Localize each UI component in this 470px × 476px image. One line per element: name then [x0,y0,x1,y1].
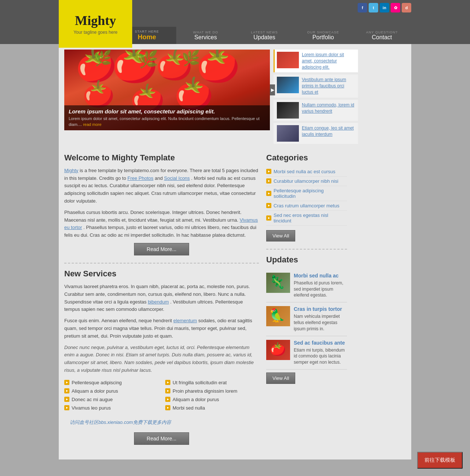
welcome-title: Welcome to Mighty Template [64,153,259,163]
bullet-icon-5 [165,380,170,385]
slider-caption: Lorem ipsum dolor sit amet, consectetur … [64,105,270,130]
main-slider: 🍅 🍅 🍅 🍅 🍅 🍅 🍅 🌿 🌿 🌿 Lorem ipsum dolor si… [64,50,270,130]
update-title-1[interactable]: Morbi sed nulla ac [294,273,347,279]
nav-contact-main: Contact [372,34,392,41]
thumb-item-2[interactable]: Vestibulum ante ipsum primis in faucibus… [274,75,358,97]
bibendum-link[interactable]: bibendum [148,299,169,305]
thumb-item-1[interactable]: Lorem ipsum dolor sit amet, consectetur … [274,50,358,72]
update-title-3[interactable]: Sed ac faucibus ante [294,340,347,346]
thumb-item-3[interactable]: Nullam commodo, lorem id varius hendreri… [274,100,358,121]
updates-section: Updates 🦎 Morbi sed nulla ac Phasellus i… [266,255,347,384]
slider-section: 🍅 🍅 🍅 🍅 🍅 🍅 🍅 🌿 🌿 🌿 Lorem ipsum dolor si… [59,44,411,149]
bullet-list: Pellentesque adipiscing Ut fringilla sol… [64,380,259,411]
update-desc-1: Phasellus id purus lorem, sed imperdiet … [294,280,347,298]
category-link-5[interactable]: Sed nec eros egestas nisl tincidunt [274,212,347,224]
category-link-1[interactable]: Morbi sed nulla ac est cursus [274,169,335,174]
thumb-text-1: Lorem ipsum dolor sit amet, consectetur … [302,52,356,70]
nav-contact[interactable]: ANY QUESTION? Contact [352,27,411,44]
nav-services[interactable]: WHAT WE DO Services [176,27,235,44]
nav-portfolio-sub: OUR SHOWCASE [307,30,339,34]
category-item-2: Curabitur ullamcorper nibh nisi [266,177,347,186]
bullet-text-6: Proin pharetra dignissim lorem [173,388,237,394]
bullet-item-3: Donec ac mi augue [64,397,158,402]
nav-portfolio[interactable]: OUR SHOWCASE Portfolio [294,27,352,44]
bullet-text-7: Aliquam a dolor purus [173,397,219,402]
bullet-text-4: Vivamus leo purus [72,405,111,411]
download-button[interactable]: 前往下载模板 [417,452,463,459]
cat-bullet-1 [266,169,271,174]
slider-next-arrow[interactable]: ▶ [270,84,275,95]
cat-bullet-4 [266,203,271,208]
bullet-icon-1 [64,380,69,385]
elementum-link[interactable]: elementum [173,318,197,323]
bullet-icon-4 [64,405,69,410]
bullet-text-2: Aliquam a dolor purus [72,388,118,394]
nav-services-sub: WHAT WE DO [193,30,218,34]
bullet-text-8: Morbi sed nulla [173,405,205,411]
bullet-icon-8 [165,405,170,410]
mighty-link[interactable]: Mighty [64,168,78,173]
nav-updates[interactable]: LATEST NEWS Updates [235,27,294,44]
bullet-item-6: Proin pharetra dignissim lorem [165,388,259,394]
slider-caption-text: Lorem ipsum dolor sit amet, consectetur … [69,116,265,127]
new-services-section: New Services Vivamus laoreet pharetra er… [64,269,259,445]
nav-updates-main: Updates [253,34,275,41]
main-nav: START HERE Home WHAT WE DO Services LATE… [118,27,411,44]
bullet-icon-2 [64,388,69,393]
category-link-4[interactable]: Cras rutrum ullamcorper metus [274,203,339,208]
welcome-p1: Mighty is a free template by templatemo.… [64,167,259,205]
category-link-2[interactable]: Curabitur ullamcorper nibh nisi [274,178,338,184]
update-info-3: Sed ac faucibus ante Etiam mi turpis, bi… [294,340,347,366]
updates-view-all-button[interactable]: View All [266,373,295,384]
welcome-read-more-button[interactable]: Read More... [134,243,189,255]
logo: Mighty Your tagline goes here [59,0,132,48]
update-info-1: Morbi sed nulla ac Phasellus id purus lo… [294,273,347,298]
categories-section: Categories Morbi sed nulla ac est cursus… [266,153,347,241]
welcome-section: Welcome to Mighty Template Mighty is a f… [64,153,259,255]
nav-services-main: Services [194,34,217,41]
flickr-icon[interactable]: ✿ [391,3,400,12]
social-icons: f t in ✿ d [358,3,411,12]
cat-bullet-5 [266,215,271,221]
slider-read-more-link[interactable]: read more [83,122,101,127]
bullet-item-5: Ut fringilla sollicitudin erat [165,380,259,385]
update-item-2: 🦜 Cras in turpis tortor Nam vehicula imp… [266,302,347,336]
bullet-text-1: Pellentesque adipiscing [72,380,122,385]
content-wrap: Welcome to Mighty Template Mighty is a f… [59,149,411,459]
category-list: Morbi sed nulla ac est cursus Curabitur … [266,167,347,226]
slider-caption-title: Lorem ipsum dolor sit amet, consectetur … [69,108,265,115]
cat-bullet-3 [266,191,271,196]
nav-updates-sub: LATEST NEWS [251,30,278,34]
update-item-3: 🍅 Sed ac faucibus ante Etiam mi turpis, … [266,336,347,370]
thumbnail-list: Lorem ipsum dolor sit amet, consectetur … [274,50,358,144]
linkedin-icon[interactable]: in [380,3,389,12]
services-read-more-button[interactable]: Read More... [134,432,189,445]
free-photos-link[interactable]: Free Photos [127,175,153,181]
services-p1: Vivamus laoreet pharetra eros. In quam n… [64,283,259,313]
social-icons-link[interactable]: Social Icons [164,175,190,181]
bullet-icon-6 [165,388,170,393]
category-link-3[interactable]: Pellentesque adipiscing sollicitudin [274,188,347,199]
nav-portfolio-main: Portfolio [312,34,334,41]
thumb-item-4[interactable]: Etiam congue, leo sit amet iaculis inter… [274,123,358,144]
update-thumb-3: 🍅 [266,340,290,360]
site-title: Mighty [75,13,116,28]
update-info-2: Cras in turpis tortor Nam vehicula imper… [294,306,347,332]
cat-bullet-2 [266,178,271,184]
facebook-icon[interactable]: f [358,3,367,12]
sidebar-divider [266,249,347,250]
bullet-item-8: Morbi sed nulla [165,405,259,411]
bullet-item-4: Vivamus leo purus [64,405,158,411]
digg-icon[interactable]: d [402,3,411,12]
categories-title: Categories [266,153,347,163]
categories-view-all-button[interactable]: View All [266,230,295,241]
watermark-text: 访问血号社区bbs.xieniao.com免费下载更多内容 [64,416,259,429]
update-title-2[interactable]: Cras in turpis tortor [294,306,347,312]
bullet-icon-3 [64,397,69,402]
bullet-item-2: Aliquam a dolor purus [64,388,158,394]
thumb-image-2 [277,77,299,93]
twitter-icon[interactable]: t [369,3,378,12]
thumb-image-1 [277,52,299,68]
category-item-4: Cras rutrum ullamcorper metus [266,201,347,211]
update-desc-2: Nam vehicula imperdiet tellus eleifend e… [294,313,347,332]
